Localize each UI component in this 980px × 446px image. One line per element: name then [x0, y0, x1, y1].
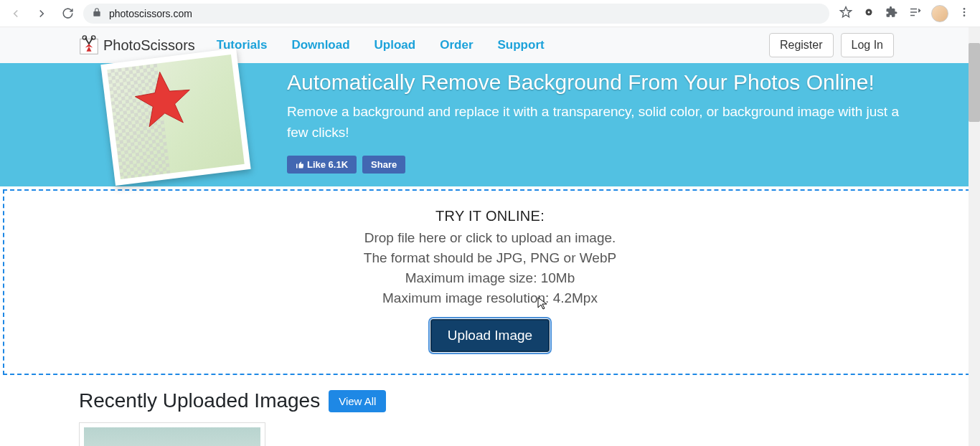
dropzone-maxsize: Maximum image size: 10Mb — [405, 270, 575, 286]
scrollbar-thumb[interactable] — [969, 43, 980, 122]
nav-order[interactable]: Order — [440, 38, 473, 52]
brand-logo[interactable]: PhotoScissors — [79, 35, 195, 55]
reload-button[interactable] — [57, 4, 77, 24]
upload-image-button[interactable]: Upload Image — [430, 319, 550, 352]
starfish-icon — [129, 65, 197, 133]
url-text: photoscissors.com — [109, 8, 192, 19]
profile-avatar[interactable] — [931, 5, 948, 22]
menu-icon[interactable] — [958, 6, 970, 21]
browser-actions — [835, 5, 974, 22]
lock-icon — [92, 7, 102, 19]
fb-share-button[interactable]: Share — [362, 156, 405, 174]
nav-download[interactable]: Download — [291, 38, 349, 52]
dropzone-title: TRY IT ONLINE: — [435, 208, 545, 224]
recent-thumbnail[interactable] — [79, 422, 265, 446]
hero-subtitle: Remove a background and replace it with … — [287, 102, 901, 143]
svg-point-1 — [868, 11, 870, 13]
site-navbar: PhotoScissors Tutorials Download Upload … — [0, 27, 980, 63]
register-button[interactable]: Register — [769, 33, 834, 57]
extensions-icon[interactable] — [885, 6, 898, 22]
thumbs-up-icon — [296, 161, 304, 169]
hero-title: Automatically Remove Background From You… — [287, 70, 901, 95]
page-scrollbar[interactable] — [969, 27, 980, 446]
nav-support[interactable]: Support — [498, 38, 545, 52]
view-all-button[interactable]: View All — [329, 390, 386, 412]
extension-icon-1[interactable] — [862, 6, 875, 22]
star-icon[interactable] — [839, 6, 852, 22]
hero-section: Automatically Remove Background From You… — [0, 63, 980, 186]
scissors-icon — [79, 35, 99, 55]
nav-upload[interactable]: Upload — [374, 38, 416, 52]
nav-links: Tutorials Download Upload Order Support — [217, 38, 545, 52]
brand-name: PhotoScissors — [103, 37, 195, 54]
recent-section: Recently Uploaded Images View All — [0, 375, 980, 446]
hero-sample-photo — [100, 48, 250, 186]
address-bar[interactable]: photoscissors.com — [83, 4, 829, 24]
browser-toolbar: photoscissors.com — [0, 0, 980, 27]
media-icon[interactable] — [908, 6, 921, 22]
forward-button[interactable] — [32, 4, 52, 24]
back-button[interactable] — [6, 4, 26, 24]
svg-point-2 — [963, 8, 966, 10]
recent-heading: Recently Uploaded Images — [79, 389, 320, 412]
dropzone-maxres: Maximum image resolution: 4.2Mpx — [382, 290, 598, 306]
svg-point-3 — [963, 11, 966, 13]
dropzone-format: The format should be JPG, PNG or WebP — [364, 250, 616, 266]
login-button[interactable]: Log In — [841, 33, 894, 57]
dropzone-instruction: Drop file here or click to upload an ima… — [364, 230, 616, 246]
fb-like-button[interactable]: Like 6.1K — [287, 156, 357, 174]
svg-point-4 — [963, 14, 966, 16]
upload-dropzone[interactable]: TRY IT ONLINE: Drop file here or click t… — [3, 189, 977, 375]
